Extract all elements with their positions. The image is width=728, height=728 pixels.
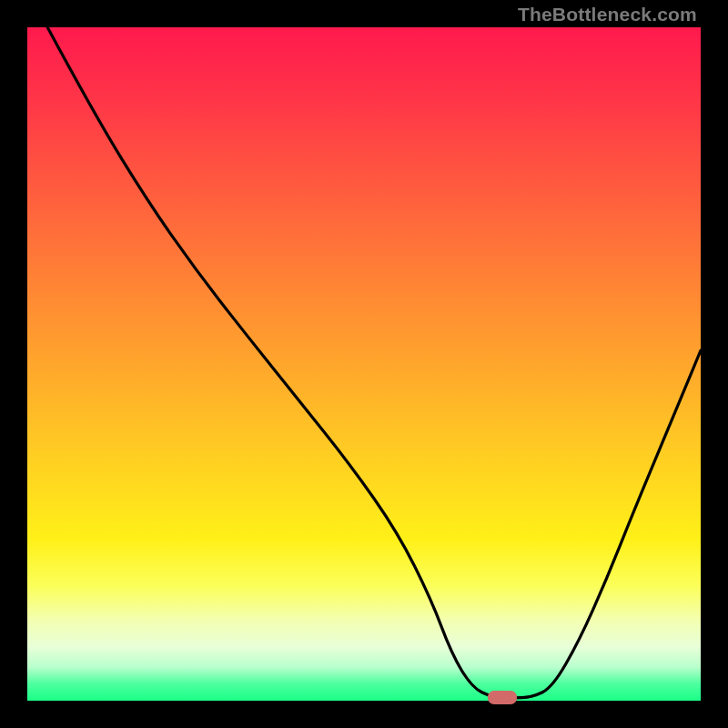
curve-path (47, 27, 701, 698)
plot-area (27, 27, 701, 701)
optimal-point-marker (488, 691, 517, 704)
watermark-text: TheBottleneck.com (518, 4, 697, 25)
chart-frame: TheBottleneck.com (0, 0, 728, 728)
bottleneck-curve (27, 27, 701, 701)
